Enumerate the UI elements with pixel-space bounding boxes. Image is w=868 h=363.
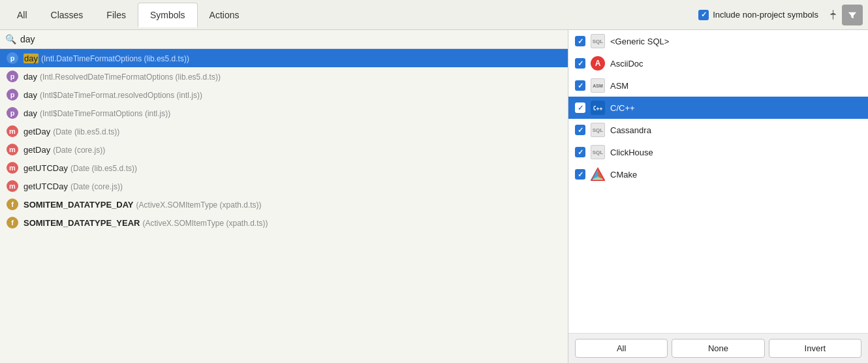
tab-bar: All Classes Files Symbols Actions Includ… xyxy=(0,0,868,30)
symbol-name: getUTCDay xyxy=(23,163,68,173)
lang-checkbox[interactable] xyxy=(575,125,585,135)
lang-icon-clickhouse: SQL xyxy=(591,145,605,159)
lang-icon-sql: SQL xyxy=(591,34,605,48)
lang-name: ASM xyxy=(610,81,628,91)
result-item[interactable]: p day (Intl.ResolvedDateTimeFormatOption… xyxy=(0,67,568,86)
lang-name: C/C++ xyxy=(610,103,635,113)
action-buttons: All None Invert xyxy=(568,333,868,363)
non-project-checkbox[interactable] xyxy=(698,10,709,20)
svg-text:C++: C++ xyxy=(593,106,603,112)
lang-checkbox[interactable] xyxy=(575,103,585,113)
symbol-context: (Date (lib.es5.d.ts)) xyxy=(70,164,137,173)
symbol-text: getDay (Date (lib.es5.d.ts)) xyxy=(23,127,561,136)
symbol-context: (ActiveX.SOMItemType (xpath.d.ts)) xyxy=(142,219,268,228)
result-item[interactable]: p day (Intl.DateTimeFormatOptions (lib.e… xyxy=(0,49,568,67)
symbol-badge-p: p xyxy=(7,89,18,101)
symbol-badge-f: f xyxy=(7,198,18,210)
symbol-badge-m: m xyxy=(7,180,18,192)
result-item[interactable]: m getUTCDay (Date (core.js)) xyxy=(0,177,568,195)
symbol-text: SOMITEM_DATATYPE_DAY (ActiveX.SOMItemTyp… xyxy=(23,200,561,210)
tab-actions[interactable]: Actions xyxy=(198,3,251,27)
non-project-label: Include non-project symbols xyxy=(713,10,818,20)
none-button[interactable]: None xyxy=(672,339,764,358)
lang-checkbox[interactable] xyxy=(575,36,585,46)
symbol-badge-p: p xyxy=(7,52,18,64)
symbol-text: day (Intl.ResolvedDateTimeFormatOptions … xyxy=(23,72,561,82)
lang-item-clickhouse[interactable]: SQL ClickHouse xyxy=(568,141,868,163)
result-item[interactable]: f SOMITEM_DATATYPE_DAY (ActiveX.SOMItemT… xyxy=(0,195,568,213)
symbol-text: getDay (Date (core.js)) xyxy=(23,145,561,155)
symbol-badge-m: m xyxy=(7,162,18,174)
filter-button[interactable] xyxy=(842,5,863,25)
results-list: p day (Intl.DateTimeFormatOptions (lib.e… xyxy=(0,49,568,363)
lang-checkbox[interactable] xyxy=(575,147,585,157)
lang-icon-asciidoc: A xyxy=(591,56,605,71)
symbol-context: (Intl.ResolvedDateTimeFormatOptions (lib… xyxy=(40,72,221,82)
lang-item-generic-sql[interactable]: SQL <Generic SQL> xyxy=(568,30,868,52)
symbol-name: day xyxy=(23,108,37,118)
symbol-text: day (Intl$DateTimeFormatOptions (intl.js… xyxy=(23,108,561,118)
symbol-name: getDay xyxy=(23,145,50,155)
lang-item-cmake[interactable]: CMake xyxy=(568,163,868,185)
symbol-context: (Date (core.js)) xyxy=(70,182,123,191)
all-button[interactable]: All xyxy=(575,339,668,358)
tab-symbols[interactable]: Symbols xyxy=(138,3,198,27)
symbol-context: (Intl$DateTimeFormat.resolvedOptions (in… xyxy=(40,91,202,100)
search-bar: 🔍 xyxy=(0,30,568,49)
lang-checkbox[interactable] xyxy=(575,80,585,91)
tab-files[interactable]: Files xyxy=(95,3,138,27)
symbol-text: day (Intl.DateTimeFormatOptions (lib.es5… xyxy=(23,54,561,63)
symbol-context: (Intl.DateTimeFormatOptions (lib.es5.d.t… xyxy=(41,54,189,63)
lang-icon-cmake xyxy=(591,167,605,182)
symbol-text: getUTCDay (Date (core.js)) xyxy=(23,182,561,191)
lang-name: CMake xyxy=(610,170,637,180)
languages-list: SQL <Generic SQL> A AsciiDoc ASM ASM xyxy=(568,30,868,333)
symbol-name: SOMITEM_DATATYPE_YEAR xyxy=(23,218,140,228)
left-panel: 🔍 p day (Intl.DateTimeFormatOptions (lib… xyxy=(0,30,568,363)
lang-icon-cpp: C++ xyxy=(591,101,605,115)
main-content: 🔍 p day (Intl.DateTimeFormatOptions (lib… xyxy=(0,30,868,363)
lang-checkbox[interactable] xyxy=(575,58,585,69)
lang-item-cpp[interactable]: C++ C/C++ xyxy=(568,97,868,119)
result-item[interactable]: p day (Intl$DateTimeFormat.resolvedOptio… xyxy=(0,86,568,104)
result-item[interactable]: m getDay (Date (lib.es5.d.ts)) xyxy=(0,122,568,140)
lang-name: ClickHouse xyxy=(610,148,653,157)
symbol-text: SOMITEM_DATATYPE_YEAR (ActiveX.SOMItemTy… xyxy=(23,218,561,228)
lang-item-cassandra[interactable]: SQL Cassandra xyxy=(568,119,868,141)
lang-icon-cassandra: SQL xyxy=(591,123,605,137)
language-filter-panel: SQL <Generic SQL> A AsciiDoc ASM ASM xyxy=(568,30,868,363)
symbol-badge-p: p xyxy=(7,107,18,119)
lang-name: Cassandra xyxy=(610,125,651,135)
result-item[interactable]: m getDay (Date (core.js)) xyxy=(0,140,568,159)
symbol-text: day (Intl$DateTimeFormat.resolvedOptions… xyxy=(23,90,561,100)
symbol-name: getDay xyxy=(23,127,50,136)
result-item[interactable]: f SOMITEM_DATATYPE_YEAR (ActiveX.SOMItem… xyxy=(0,213,568,232)
symbol-context: (Date (lib.es5.d.ts)) xyxy=(53,127,119,136)
search-input[interactable] xyxy=(20,34,563,44)
symbol-name: getUTCDay xyxy=(23,182,68,191)
tab-classes[interactable]: Classes xyxy=(39,3,95,27)
lang-item-asciidoc[interactable]: A AsciiDoc xyxy=(568,52,868,74)
result-item[interactable]: p day (Intl$DateTimeFormatOptions (intl.… xyxy=(0,104,568,122)
main-container: All Classes Files Symbols Actions Includ… xyxy=(0,0,868,363)
lang-icon-asm: ASM xyxy=(591,78,605,93)
lang-name: AsciiDoc xyxy=(610,59,643,69)
result-item[interactable]: m getUTCDay (Date (lib.es5.d.ts)) xyxy=(0,159,568,177)
search-icon: 🔍 xyxy=(5,34,16,44)
symbol-badge-m: m xyxy=(7,144,18,155)
symbol-name: SOMITEM_DATATYPE_DAY xyxy=(23,200,134,210)
symbol-context: (Intl$DateTimeFormatOptions (intl.js)) xyxy=(40,109,170,118)
lang-checkbox[interactable] xyxy=(575,169,585,180)
lang-name: <Generic SQL> xyxy=(610,37,669,46)
tab-all[interactable]: All xyxy=(5,3,39,27)
lang-item-asm[interactable]: ASM ASM xyxy=(568,74,868,97)
pin-icon[interactable] xyxy=(824,6,842,24)
symbol-badge-f: f xyxy=(7,217,18,229)
symbol-badge-p: p xyxy=(7,71,18,82)
symbol-name: day xyxy=(23,72,37,82)
symbol-badge-m: m xyxy=(7,125,18,137)
symbol-name: day xyxy=(23,90,37,100)
symbol-context: (ActiveX.SOMItemType (xpath.d.ts)) xyxy=(136,200,262,210)
invert-button[interactable]: Invert xyxy=(769,339,861,358)
symbol-name: day xyxy=(23,54,39,63)
